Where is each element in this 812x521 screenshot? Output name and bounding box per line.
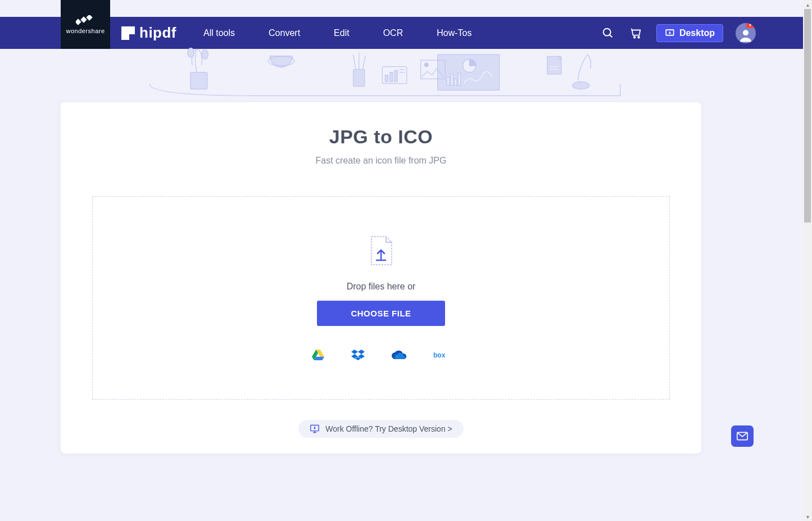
file-dropzone[interactable]: Drop files here or CHOOSE FILE xyxy=(92,196,670,400)
tool-card: JPG to ICO Fast create an icon file from… xyxy=(61,102,701,454)
search-icon xyxy=(602,27,614,39)
svg-point-29 xyxy=(424,63,428,67)
svg-line-4 xyxy=(610,34,613,37)
monitor-download-icon xyxy=(310,424,320,433)
choose-file-button[interactable]: CHOOSE FILE xyxy=(317,301,444,326)
upload-file-icon xyxy=(368,235,394,267)
svg-text:box: box xyxy=(433,351,446,359)
pro-badge: Pro xyxy=(746,23,756,28)
onedrive-icon xyxy=(392,350,406,360)
svg-rect-2 xyxy=(86,15,92,21)
svg-rect-26 xyxy=(455,79,457,85)
cart-icon xyxy=(630,27,642,39)
svg-rect-1 xyxy=(80,16,87,22)
desktop-button-label: Desktop xyxy=(679,28,715,38)
avatar-icon xyxy=(737,26,754,43)
onedrive-button[interactable] xyxy=(392,350,406,360)
nav-all-tools[interactable]: All tools xyxy=(203,28,235,38)
hipdf-mark-icon xyxy=(121,26,135,40)
svg-rect-17 xyxy=(385,75,388,82)
search-button[interactable] xyxy=(600,25,616,41)
svg-point-23 xyxy=(463,59,476,72)
box-button[interactable]: box xyxy=(433,351,450,360)
scroll-down-arrow[interactable]: ▾ xyxy=(803,512,812,521)
product-logo[interactable]: hipdf xyxy=(121,24,176,42)
main-nav: All tools Convert Edit OCR How-Tos xyxy=(203,28,471,38)
svg-rect-24 xyxy=(447,77,449,85)
scrollbar-thumb[interactable] xyxy=(804,9,811,223)
svg-rect-16 xyxy=(382,67,406,84)
page-title: JPG to ICO xyxy=(61,126,701,148)
nav-how-tos[interactable]: How-Tos xyxy=(437,28,471,38)
wondershare-icon xyxy=(76,15,95,25)
svg-point-5 xyxy=(634,36,636,38)
svg-rect-30 xyxy=(547,56,561,74)
svg-rect-11 xyxy=(190,73,207,89)
svg-rect-25 xyxy=(451,74,453,85)
svg-rect-12 xyxy=(353,70,365,87)
page-scrollbar[interactable]: ▴ ▾ xyxy=(803,0,812,521)
product-name: hipdf xyxy=(139,24,176,42)
svg-rect-18 xyxy=(390,73,393,82)
contact-mail-button[interactable] xyxy=(731,425,754,447)
nav-ocr[interactable]: OCR xyxy=(383,28,403,38)
mail-icon xyxy=(737,432,748,441)
svg-point-8 xyxy=(743,30,749,35)
google-drive-icon xyxy=(312,350,324,361)
nav-convert[interactable]: Convert xyxy=(269,28,300,38)
nav-edit[interactable]: Edit xyxy=(334,28,350,38)
offline-label: Work Offline? Try Desktop Version > xyxy=(325,424,452,433)
offline-desktop-link[interactable]: Work Offline? Try Desktop Version > xyxy=(298,420,464,438)
svg-point-10 xyxy=(202,50,208,60)
dropbox-icon xyxy=(351,350,365,361)
app-header: hipdf All tools Convert Edit OCR How-Tos… xyxy=(0,17,812,49)
download-icon xyxy=(665,28,675,38)
wondershare-label: wondershare xyxy=(66,28,105,34)
svg-rect-28 xyxy=(421,60,445,79)
page-subtitle: Fast create an icon file from JPG xyxy=(61,156,701,166)
svg-point-3 xyxy=(604,28,611,35)
wondershare-badge[interactable]: wondershare xyxy=(61,0,110,49)
google-drive-button[interactable] xyxy=(312,350,324,361)
svg-point-9 xyxy=(188,48,194,57)
scroll-up-arrow[interactable]: ▴ xyxy=(803,0,812,9)
svg-rect-0 xyxy=(76,19,81,25)
decorative-banner xyxy=(0,49,812,105)
header-actions: Desktop Pro xyxy=(600,23,756,43)
box-icon: box xyxy=(433,351,450,360)
user-avatar[interactable]: Pro xyxy=(736,23,756,43)
cloud-providers: box xyxy=(312,350,450,361)
svg-rect-19 xyxy=(394,70,397,81)
cart-button[interactable] xyxy=(628,25,644,41)
desktop-button[interactable]: Desktop xyxy=(656,24,723,42)
dropbox-button[interactable] xyxy=(351,350,365,361)
svg-point-33 xyxy=(573,81,589,89)
svg-point-6 xyxy=(638,36,639,38)
svg-line-15 xyxy=(362,56,365,70)
svg-rect-22 xyxy=(438,55,500,90)
svg-rect-27 xyxy=(458,73,460,85)
svg-line-13 xyxy=(353,55,356,70)
drop-hint-label: Drop files here or xyxy=(347,282,416,292)
